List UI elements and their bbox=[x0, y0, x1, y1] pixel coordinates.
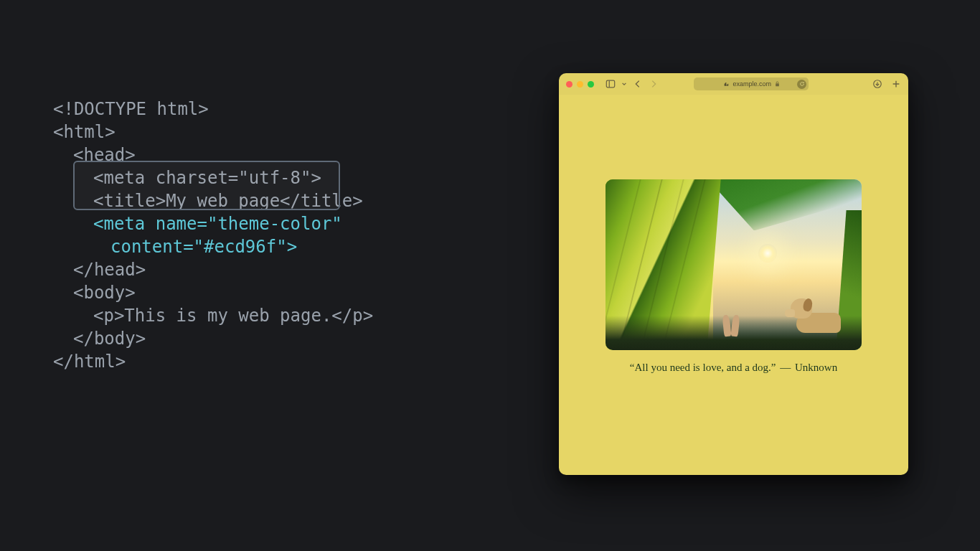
photo-caption: “All you need is love, and a dog.” — Unk… bbox=[630, 362, 837, 374]
caption-quote: “All you need is love, and a dog.” bbox=[630, 362, 776, 373]
lock-icon bbox=[775, 81, 780, 87]
browser-titlebar: example.com bbox=[559, 73, 908, 95]
window-controls bbox=[566, 81, 594, 88]
code-line-highlighted: content="#ecd96f"> bbox=[53, 235, 297, 258]
address-bar-url: example.com bbox=[733, 80, 772, 88]
maximize-window-button[interactable] bbox=[588, 81, 594, 88]
minimize-window-button[interactable] bbox=[577, 81, 583, 88]
forward-button[interactable] bbox=[649, 79, 659, 89]
site-favicon-icon bbox=[723, 81, 730, 88]
chevron-down-icon[interactable] bbox=[621, 79, 627, 89]
code-line: </head> bbox=[53, 258, 146, 281]
code-line-highlighted: <meta name="theme-color" bbox=[53, 212, 342, 235]
caption-separator: — bbox=[780, 362, 791, 373]
back-button[interactable] bbox=[633, 79, 643, 89]
new-tab-button[interactable] bbox=[891, 79, 901, 89]
close-window-button[interactable] bbox=[566, 81, 573, 88]
html-code-block: <!DOCTYPE html> <html> <head> <meta char… bbox=[53, 52, 373, 373]
caption-attribution: Unknown bbox=[795, 362, 837, 373]
code-line: <html> bbox=[53, 122, 116, 142]
hero-photo bbox=[606, 179, 862, 350]
code-line: <body> bbox=[53, 281, 136, 304]
svg-rect-2 bbox=[776, 83, 779, 86]
svg-rect-0 bbox=[606, 80, 614, 88]
code-line: </body> bbox=[53, 327, 146, 350]
code-line: </html> bbox=[53, 352, 126, 372]
dog-illustration bbox=[791, 293, 841, 333]
page-content: “All you need is love, and a dog.” — Unk… bbox=[559, 95, 908, 374]
safari-browser-window: example.com bbox=[559, 73, 908, 475]
code-line: <title>My web page</title> bbox=[53, 189, 363, 212]
code-line: <!DOCTYPE html> bbox=[53, 99, 209, 119]
address-bar[interactable]: example.com bbox=[694, 77, 809, 90]
code-line: <head> bbox=[53, 143, 136, 166]
sidebar-toggle-icon[interactable] bbox=[606, 79, 616, 89]
reload-button[interactable] bbox=[797, 80, 806, 89]
downloads-icon[interactable] bbox=[872, 79, 882, 89]
code-line: <p>This is my web page.</p> bbox=[53, 304, 373, 327]
code-line: <meta charset="utf-8"> bbox=[53, 166, 321, 189]
